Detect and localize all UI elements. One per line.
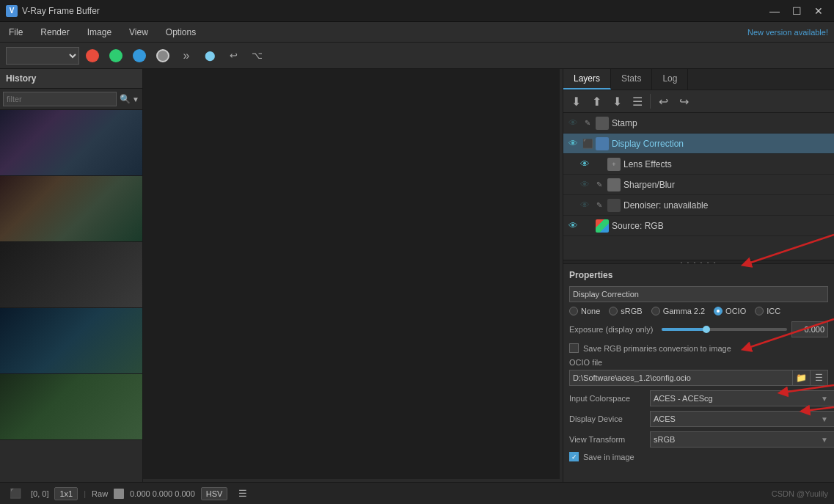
view-transform-row: View Transform sRGB ▼	[569, 431, 828, 448]
menu-options[interactable]: Options	[163, 26, 199, 39]
tab-log[interactable]: Log	[652, 69, 688, 90]
minimize-button[interactable]: —	[765, 3, 784, 19]
red-circle-button[interactable]	[82, 45, 103, 66]
eye-icon: 👁	[578, 158, 591, 171]
layer-name-display-correction: Display Correction	[612, 139, 831, 149]
layer-row-stamp[interactable]: 👁 ✎ Stamp	[563, 113, 834, 134]
layer-btn-3[interactable]: ⌥	[246, 45, 267, 66]
display-correction-row	[569, 286, 828, 302]
menu-image[interactable]: Image	[84, 26, 114, 39]
forward-button[interactable]: »	[176, 45, 197, 66]
blue-circle-button[interactable]	[129, 45, 150, 66]
layer-btn-1[interactable]: ⬤	[200, 45, 220, 66]
exposure-slider-thumb	[703, 326, 710, 333]
update-notification: New version available!	[747, 28, 828, 37]
save-rgb-label: Save RGB primaries conversion to image	[583, 344, 731, 353]
menu-render[interactable]: Render	[37, 26, 72, 39]
layer-move-up-btn[interactable]: ⬇	[607, 92, 626, 110]
ocio-file-row: 📁 ☰	[569, 370, 828, 386]
view-transform-label: View Transform	[569, 435, 650, 444]
window-controls: — ☐ ✕	[765, 3, 828, 19]
filter-arrow[interactable]: ▼	[132, 95, 139, 103]
ocio-file-input[interactable]	[569, 370, 793, 386]
radio-none[interactable]: None	[569, 307, 600, 315]
exposure-slider-fill	[662, 328, 706, 331]
display-device-row: Display Device ACES ▼	[569, 411, 828, 427]
coordinates: [0, 0]	[31, 489, 48, 498]
render-area	[143, 69, 563, 482]
layer-thumbnail	[596, 117, 609, 130]
layer-row-display-correction[interactable]: 👁 ⬛ Display Correction	[563, 134, 834, 154]
layer-add-btn[interactable]: ⬇	[566, 92, 585, 110]
save-rgb-checkbox[interactable]	[569, 343, 579, 353]
radio-srgb-label: sRGB	[621, 307, 642, 315]
exposure-row: Exposure (display only) 0.000	[569, 321, 828, 337]
eye-icon: 👁	[566, 137, 579, 150]
layer-row-source-rgb[interactable]: 👁 Source: RGB	[563, 216, 834, 236]
green-circle-icon	[109, 49, 122, 62]
layers-toolbar: ⬇ ⬆ ⬇ ☰ ↩ ↪	[563, 90, 834, 113]
raw-label: Raw	[92, 489, 108, 498]
exposure-slider-track[interactable]	[662, 328, 787, 331]
redo-btn[interactable]: ↪	[674, 92, 693, 110]
close-button[interactable]: ✕	[809, 3, 828, 19]
radio-gamma[interactable]: Gamma 2.2	[651, 307, 705, 315]
thumbnail-item[interactable]	[0, 374, 142, 440]
layer-btn-2[interactable]: ↩	[223, 45, 244, 66]
edit-icon: ✎	[593, 199, 606, 212]
circle-gray-button[interactable]	[153, 45, 173, 66]
thumbnail-item[interactable]	[0, 242, 142, 308]
display-correction-input[interactable]	[569, 286, 828, 302]
save-in-image-checkbox[interactable]	[569, 452, 579, 461]
ocio-file-browse-btn[interactable]: 📁	[793, 370, 811, 386]
render-dropdown[interactable]	[6, 47, 79, 65]
ocio-file-list-btn[interactable]: ☰	[811, 370, 828, 386]
menu-view[interactable]: View	[126, 26, 151, 39]
radio-gamma-circle	[651, 307, 660, 315]
main-layout: History 🔍 ▼ Layers Stats Log ⬇ ⬆	[0, 69, 834, 482]
edit-icon: ✎	[593, 178, 606, 191]
color-values: 0.000 0.000 0.000	[130, 489, 195, 498]
layer-remove-btn[interactable]: ⬆	[587, 92, 606, 110]
edit-icon: ⬛	[581, 137, 594, 150]
layer-row-denoiser[interactable]: 👁 ✎ Denoiser: unavailable	[563, 195, 834, 216]
input-colorspace-row: Input Colorspace ACES - ACEScg ▼	[569, 390, 828, 406]
menu-file[interactable]: File	[6, 26, 26, 39]
vertical-divider[interactable]	[560, 69, 563, 482]
green-circle-button[interactable]	[106, 45, 126, 66]
thumbnail-item[interactable]	[0, 110, 142, 176]
display-device-select[interactable]: ACES	[650, 411, 834, 427]
zoom-button[interactable]: 1x1	[54, 487, 78, 500]
layer-move-down-btn[interactable]: ☰	[628, 92, 647, 110]
horizontal-divider[interactable]	[143, 479, 563, 482]
tab-stats[interactable]: Stats	[611, 69, 652, 90]
filter-input[interactable]	[3, 92, 117, 106]
radio-srgb[interactable]: sRGB	[609, 307, 642, 315]
right-panel: Layers Stats Log ⬇ ⬆ ⬇ ☰ ↩ ↪ 👁 ✎ Stamp	[563, 69, 834, 482]
menu-bar: File Render Image View Options New versi…	[0, 22, 834, 43]
undo-btn[interactable]: ↩	[654, 92, 673, 110]
exposure-value[interactable]: 0.000	[791, 321, 828, 337]
credit-text: CSDN @Yuulily	[772, 489, 828, 498]
input-colorspace-select[interactable]: ACES - ACEScg	[650, 390, 834, 406]
maximize-button[interactable]: ☐	[787, 3, 806, 19]
layer-row-lens-effects[interactable]: 👁 + Lens Effects	[563, 154, 834, 175]
radio-group: None sRGB Gamma 2.2 OCIO ICC	[569, 307, 828, 315]
radio-srgb-circle	[609, 307, 618, 315]
gray-circle-icon	[156, 49, 169, 62]
tab-layers[interactable]: Layers	[563, 69, 611, 90]
thumbnail-item[interactable]	[0, 176, 142, 242]
view-transform-select[interactable]: sRGB	[650, 431, 834, 448]
color-mode-button[interactable]: HSV	[201, 487, 228, 500]
layer-row-sharpen-blur[interactable]: 👁 ✎ Sharpen/Blur	[563, 175, 834, 195]
status-settings-btn[interactable]: ☰	[233, 485, 252, 503]
radio-ocio[interactable]: OCIO	[714, 307, 746, 315]
radio-icc[interactable]: ICC	[755, 307, 780, 315]
history-panel: History 🔍 ▼	[0, 69, 143, 482]
app-icon: V	[6, 5, 18, 17]
red-circle-icon	[86, 49, 99, 62]
layer-thumbnail	[607, 178, 621, 191]
layer-name-source-rgb: Source: RGB	[612, 221, 831, 231]
thumbnail-item[interactable]	[0, 308, 142, 374]
status-tb-1[interactable]: ⬛	[6, 485, 25, 503]
